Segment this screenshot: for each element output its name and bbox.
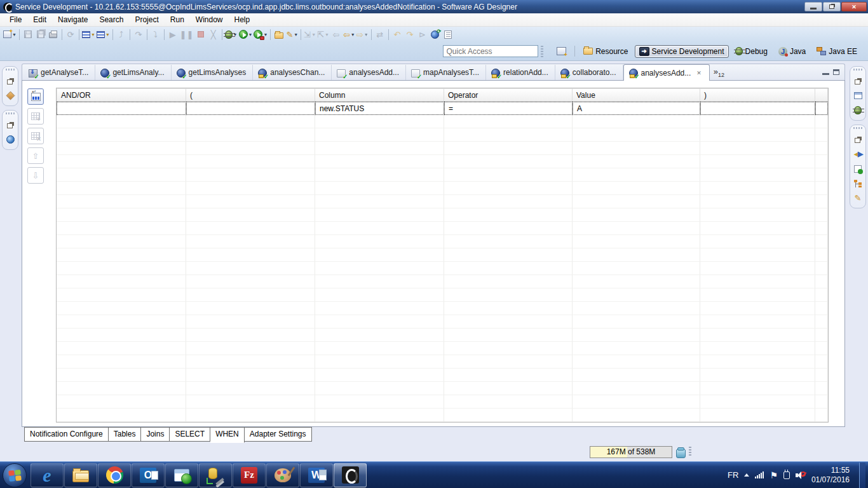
rail-drag-handle[interactable] (6, 69, 15, 71)
table-row[interactable] (57, 315, 828, 329)
table-cell[interactable] (315, 302, 444, 315)
delete-row-button[interactable]: ✕ (27, 128, 44, 144)
table-cell[interactable] (444, 182, 573, 195)
table-cell[interactable] (186, 195, 315, 208)
table-cell[interactable] (444, 329, 573, 342)
table-row[interactable] (57, 155, 828, 168)
table-cell[interactable] (700, 155, 815, 168)
table-cell[interactable] (444, 195, 573, 208)
taskbar-database-viewer[interactable] (165, 463, 198, 487)
garbage-collect-icon[interactable] (676, 447, 685, 457)
table-cell[interactable] (700, 395, 815, 409)
table-cell[interactable] (700, 288, 815, 302)
table-cell[interactable] (573, 248, 700, 262)
page-tab-tables[interactable]: Tables (109, 427, 142, 442)
table-cell[interactable] (57, 248, 186, 262)
table-cell[interactable] (573, 369, 700, 382)
table-cell[interactable] (315, 168, 444, 182)
table-cell[interactable] (700, 315, 815, 329)
suspend-button[interactable]: ❚❚ (179, 27, 194, 41)
table-cell[interactable] (700, 248, 815, 262)
tab-overflow-button[interactable]: »12 (710, 67, 728, 78)
tab-analysesAdd-active[interactable]: ✓analysesAdd...✕ (623, 64, 710, 81)
table-cell[interactable] (815, 329, 828, 342)
minimize-button[interactable] (804, 2, 822, 11)
table-row[interactable] (57, 342, 828, 355)
table-cell[interactable] (573, 222, 700, 235)
table-cell[interactable] (186, 262, 315, 275)
table-cell[interactable] (444, 155, 573, 168)
synchronize-icon[interactable]: ◀▶ (853, 149, 864, 159)
rail-drag-handle[interactable] (6, 112, 15, 114)
table-cell[interactable] (815, 182, 828, 195)
page-tab-select[interactable]: SELECT (170, 427, 210, 442)
table-cell[interactable] (444, 288, 573, 302)
table-cell[interactable] (815, 248, 828, 262)
col-header-value[interactable]: Value (573, 88, 700, 102)
table-cell[interactable] (815, 369, 828, 382)
table-cell[interactable] (444, 355, 573, 369)
table-row[interactable] (57, 208, 828, 222)
table-cell[interactable] (186, 329, 315, 342)
table-cell[interactable] (573, 382, 700, 395)
table-cell[interactable] (186, 382, 315, 395)
table-cell[interactable] (815, 155, 828, 168)
table-cell[interactable] (57, 142, 186, 155)
col-header-close-paren[interactable]: ) (700, 88, 815, 102)
table-cell[interactable] (186, 208, 315, 222)
table-cell[interactable] (315, 195, 444, 208)
col-header-open-paren[interactable]: ( (186, 88, 315, 102)
action-center-flag-icon[interactable]: ⚑ (770, 470, 778, 480)
table-cell[interactable] (57, 128, 186, 142)
table-cell[interactable] (315, 262, 444, 275)
minimize-editor-icon[interactable] (822, 69, 829, 75)
table-cell[interactable] (186, 115, 315, 128)
table-cell[interactable] (700, 208, 815, 222)
new-wizard-button[interactable]: ✦▼ (3, 27, 17, 41)
perspective-resource[interactable]: Resource (579, 45, 632, 58)
step-return-button[interactable]: ⤴ (115, 27, 128, 41)
table-row[interactable] (57, 195, 828, 208)
cell-open-paren[interactable] (186, 102, 315, 115)
table-cell[interactable] (444, 315, 573, 329)
rail-drag-handle[interactable] (853, 69, 862, 71)
insert-step-button[interactable]: ▼ (81, 27, 96, 41)
restore-button[interactable] (823, 2, 841, 11)
refresh-run-button[interactable]: ↷ (132, 27, 145, 41)
run-button[interactable]: ▼ (238, 27, 254, 41)
tab-analysesAdd-map[interactable]: ✓analysesAdd... (332, 65, 406, 80)
table-cell[interactable] (315, 222, 444, 235)
table-row[interactable] (57, 182, 828, 195)
table-cell[interactable] (815, 222, 828, 235)
table-cell[interactable] (815, 128, 828, 142)
save-button[interactable] (22, 27, 34, 41)
table-cell[interactable] (573, 342, 700, 355)
table-cell[interactable] (815, 262, 828, 275)
table-cell[interactable] (573, 315, 700, 329)
table-cell[interactable] (315, 248, 444, 262)
table-cell[interactable] (57, 288, 186, 302)
cell-andor[interactable] (57, 102, 186, 115)
table-cell[interactable] (573, 235, 700, 248)
table-cell[interactable] (815, 235, 828, 248)
network-signal-icon[interactable] (755, 471, 764, 478)
table-cell[interactable] (700, 262, 815, 275)
table-cell[interactable] (700, 355, 815, 369)
restore-pane-icon[interactable] (5, 120, 16, 130)
table-cell[interactable] (444, 382, 573, 395)
quick-access-input[interactable] (443, 45, 538, 57)
taskbar-chrome[interactable] (98, 463, 131, 487)
perspective-java[interactable]: J Java (774, 45, 810, 58)
table-cell[interactable] (573, 409, 700, 422)
resume-button[interactable]: ▶ (166, 27, 179, 41)
table-row[interactable] (57, 369, 828, 382)
tab-analysesChan[interactable]: ✓analysesChan... (253, 65, 332, 80)
menu-file[interactable]: File (4, 14, 27, 25)
table-row[interactable] (57, 235, 828, 248)
col-header-column[interactable]: Column (315, 88, 444, 102)
table-row[interactable] (57, 115, 828, 128)
disconnect-button[interactable]: ╳ (207, 27, 220, 41)
table-cell[interactable] (315, 315, 444, 329)
perspective-service-development[interactable]: ➜ Service Development (635, 45, 729, 58)
table-cell[interactable] (186, 128, 315, 142)
